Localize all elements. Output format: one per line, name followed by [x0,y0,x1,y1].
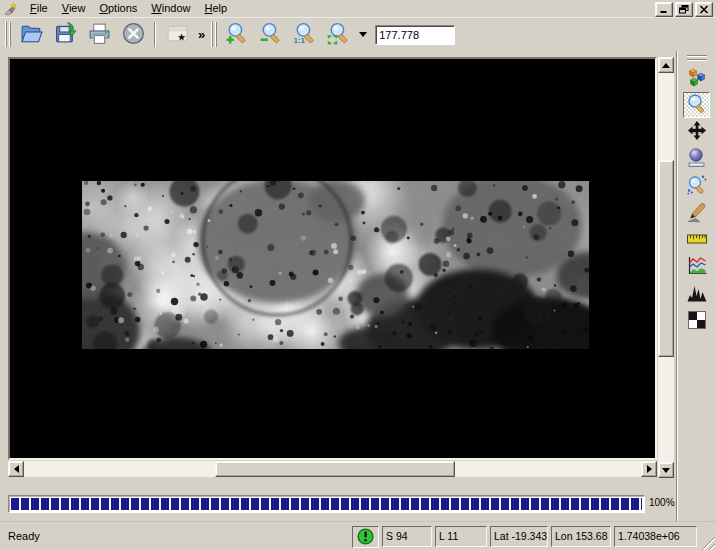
arrow-up-icon [662,63,670,68]
zoom-in-icon [225,21,250,48]
histogram-tool-button[interactable] [683,281,710,307]
status-longitude: Lon 153.68 [551,526,611,547]
scroll-right-button[interactable] [641,461,657,477]
tool-sidebar-grip[interactable] [687,55,707,61]
menu-file[interactable]: File [23,1,55,16]
zoom-tool-icon [686,93,708,117]
chevron-down-icon [359,32,367,37]
zoom-tool-button[interactable] [683,92,710,118]
print-button[interactable] [83,19,115,51]
cube-viewport[interactable] [8,57,657,460]
scroll-down-button[interactable] [658,462,674,478]
svg-text:1:1: 1:1 [293,36,305,45]
progress-percent-label: 100% [649,497,675,508]
save-floppy-icon [53,21,78,48]
resize-grip[interactable] [699,534,715,550]
menubar: File View Options Window Help [0,0,716,17]
status-pixel-value: 1.74038e+06 [614,526,697,547]
progress-bar [8,495,645,513]
tool-sidebar [676,51,716,521]
measure-tool-button[interactable] [683,227,710,253]
zoom-out-icon [259,21,284,48]
arrow-left-icon [14,465,19,473]
zoom-dropdown-button[interactable] [356,24,370,46]
edit-tool-button[interactable] [683,200,710,226]
zoom-in-button[interactable] [221,19,253,51]
minimize-button[interactable] [655,2,673,17]
checker-icon [686,309,708,333]
arrow-right-icon [647,465,652,473]
stop-circle-icon [121,21,146,48]
cube-image[interactable] [82,181,589,349]
restore-button[interactable] [675,2,693,17]
band-selection-icon [686,66,708,90]
warning-icon [356,527,375,548]
zoom-fit-icon [327,21,352,48]
track-tool-button[interactable] [683,308,710,334]
plot-tool-button[interactable] [683,254,710,280]
close-button[interactable] [695,2,713,17]
warning-button[interactable] [352,526,379,548]
status-message: Ready [8,530,40,542]
vertical-scrollbar-thumb[interactable] [658,160,674,357]
work-area: 100% [0,51,716,521]
plot-icon [686,255,708,279]
close-cube-button[interactable] [117,19,149,51]
menu-window[interactable]: Window [144,1,197,16]
status-latitude: Lat -19.3437 [490,526,548,547]
histogram-icon [686,282,708,306]
new-window-icon [165,21,190,48]
horizontal-scrollbar [8,461,657,477]
zoom-fit-button[interactable] [323,19,355,51]
toolbar-grip[interactable] [5,22,12,47]
printer-icon [87,21,112,48]
open-button[interactable] [15,19,47,51]
arrow-down-icon [662,468,670,473]
scroll-left-button[interactable] [8,461,24,477]
pencil-icon [686,201,708,225]
window-controls [655,2,713,17]
progress-fill [11,498,642,510]
zoom-actual-size-icon: 1:1 [293,21,318,48]
main-toolbar: » [0,17,716,51]
open-folder-icon [19,21,44,48]
status-line: L 11 [435,526,487,547]
horizontal-scrollbar-thumb[interactable] [215,461,455,477]
toolbar-overflow-button[interactable]: » [194,27,209,42]
stretch-tool-button[interactable] [683,146,710,172]
menu-help[interactable]: Help [197,1,234,16]
save-button[interactable] [49,19,81,51]
qview-window: File View Options Window Help [0,0,716,550]
zoom-toolbar-grip[interactable] [211,22,218,47]
new-window-button-disabled[interactable] [161,19,193,51]
find-tool-button[interactable] [683,173,710,199]
zoom-scale-input[interactable] [375,25,455,45]
band-selection-tool-button[interactable] [683,65,710,91]
app-icon[interactable] [3,2,17,16]
zoom-actual-size-button[interactable]: 1:1 [289,19,321,51]
ruler-icon [686,228,708,252]
find-icon [686,174,708,198]
pan-arrows-icon [686,120,708,144]
pan-tool-button[interactable] [683,119,710,145]
progress-row: 100% [0,488,676,521]
stretch-icon [686,147,708,171]
toolbar-separator [154,22,156,47]
vertical-scrollbar [658,57,674,478]
status-sample: S 94 [382,526,432,547]
menu-options[interactable]: Options [92,1,144,16]
scroll-up-button[interactable] [658,57,674,73]
statusbar: Ready S 94 L 11 Lat -19.3437 Lon 153.68 … [0,521,716,550]
zoom-out-button[interactable] [255,19,287,51]
menu-view[interactable]: View [55,1,93,16]
